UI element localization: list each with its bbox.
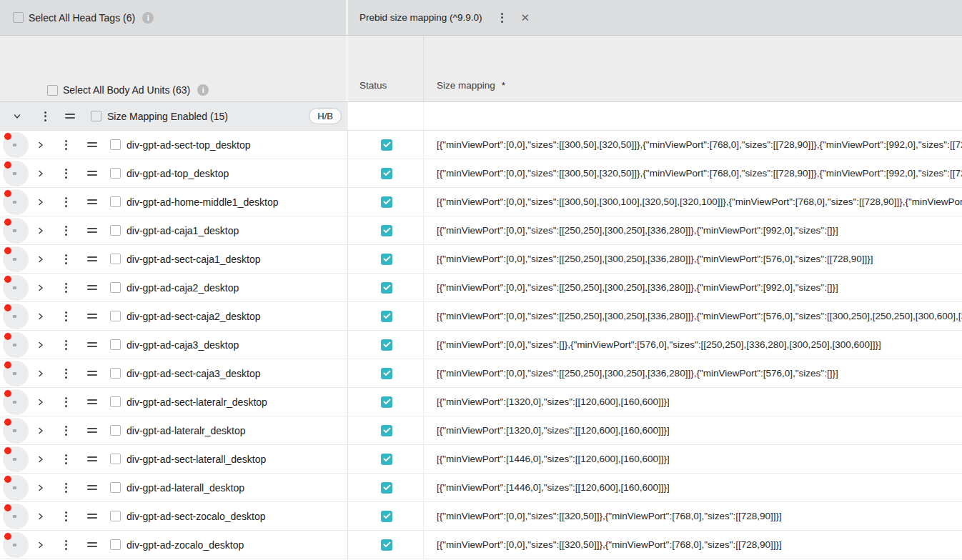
group-kebab-menu-icon[interactable] [42, 111, 48, 121]
row-drag-handle-icon[interactable] [87, 542, 97, 548]
row-kebab-menu-icon[interactable] [63, 226, 69, 236]
size-mapping-cell[interactable]: [{"minViewPort":[0,0],"sizes":[]},{"minV… [424, 331, 962, 359]
row-kebab-menu-icon[interactable] [63, 340, 69, 350]
status-checked-checkbox[interactable] [381, 539, 392, 551]
chevron-right-icon[interactable] [36, 141, 45, 149]
row-select-checkbox[interactable] [110, 168, 121, 179]
row-select-checkbox[interactable] [110, 311, 121, 321]
row-drag-handle-icon[interactable] [87, 314, 97, 319]
size-mapping-cell[interactable]: [{"minViewPort":[1320,0],"sizes":[[120,6… [424, 416, 962, 444]
chevron-right-icon[interactable] [36, 484, 45, 492]
row-kebab-menu-icon[interactable] [63, 283, 69, 293]
group-drag-handle-icon[interactable] [65, 114, 75, 119]
tab-prebid-size-mapping[interactable]: Prebid size mapping (^9.9.0) [359, 12, 482, 23]
row-select-checkbox[interactable] [110, 196, 121, 207]
row-kebab-menu-icon[interactable] [63, 197, 69, 207]
chevron-right-icon[interactable] [36, 284, 45, 292]
status-checked-checkbox[interactable] [381, 139, 392, 151]
status-checked-checkbox[interactable] [381, 511, 392, 522]
size-mapping-cell[interactable]: [{"minViewPort":[0,0],"sizes":[[250,250]… [424, 274, 962, 301]
chevron-right-icon[interactable] [36, 512, 45, 521]
status-checked-checkbox[interactable] [381, 225, 392, 236]
select-all-head-tags-checkbox[interactable] [13, 12, 24, 23]
size-mapping-cell[interactable]: [{"minViewPort":[0,0],"sizes":[[320,50]]… [424, 531, 962, 559]
status-checked-checkbox[interactable] [381, 282, 392, 294]
size-mapping-cell[interactable]: [{"minViewPort":[0,0],"sizes":[[250,250]… [424, 245, 962, 273]
row-select-checkbox[interactable] [110, 511, 121, 521]
status-checked-checkbox[interactable] [381, 168, 392, 179]
row-select-checkbox[interactable] [110, 425, 121, 436]
row-kebab-menu-icon[interactable] [63, 540, 69, 550]
row-drag-handle-icon[interactable] [87, 342, 97, 348]
size-mapping-cell[interactable]: [{"minViewPort":[0,0],"sizes":[[300,50],… [424, 159, 962, 187]
status-checked-checkbox[interactable] [381, 339, 392, 351]
size-mapping-cell[interactable]: [{"minViewPort":[0,0],"sizes":[[300,50],… [424, 188, 962, 216]
size-mapping-cell[interactable]: [{"minViewPort":[0,0],"sizes":[[250,250]… [424, 359, 962, 387]
row-kebab-menu-icon[interactable] [63, 169, 69, 179]
chevron-right-icon[interactable] [36, 369, 45, 378]
row-drag-handle-icon[interactable] [87, 371, 97, 376]
status-checked-checkbox[interactable] [381, 454, 392, 465]
group-select-checkbox[interactable] [91, 111, 101, 121]
row-select-checkbox[interactable] [110, 539, 121, 550]
row-kebab-menu-icon[interactable] [63, 311, 69, 321]
chevron-right-icon[interactable] [36, 455, 45, 464]
row-select-checkbox[interactable] [110, 339, 121, 350]
row-select-checkbox[interactable] [110, 454, 121, 464]
row-kebab-menu-icon[interactable] [63, 397, 69, 407]
row-kebab-menu-icon[interactable] [63, 369, 69, 379]
chevron-down-icon[interactable] [13, 112, 21, 121]
tab-kebab-menu-icon[interactable] [499, 13, 505, 23]
row-drag-handle-icon[interactable] [87, 228, 97, 234]
size-mapping-cell[interactable]: [{"minViewPort":[0,0],"sizes":[[250,250]… [424, 302, 962, 330]
chevron-right-icon[interactable] [36, 426, 45, 435]
status-checked-checkbox[interactable] [381, 368, 392, 379]
row-drag-handle-icon[interactable] [87, 285, 97, 291]
row-kebab-menu-icon[interactable] [63, 140, 69, 150]
row-kebab-menu-icon[interactable] [63, 254, 69, 264]
size-mapping-cell[interactable]: [{"minViewPort":[1446,0],"sizes":[[120,6… [424, 445, 962, 473]
size-mapping-cell[interactable]: [{"minViewPort":[1320,0],"sizes":[[120,6… [424, 388, 962, 416]
status-checked-checkbox[interactable] [381, 196, 392, 208]
row-drag-handle-icon[interactable] [87, 142, 97, 148]
row-drag-handle-icon[interactable] [87, 199, 97, 205]
chevron-right-icon[interactable] [36, 198, 45, 206]
row-kebab-menu-icon[interactable] [63, 454, 69, 464]
row-select-checkbox[interactable] [110, 139, 121, 150]
info-icon[interactable]: i [142, 12, 154, 24]
row-select-checkbox[interactable] [110, 368, 121, 379]
row-drag-handle-icon[interactable] [87, 485, 97, 491]
select-all-body-ad-units-checkbox[interactable] [47, 85, 58, 96]
row-select-checkbox[interactable] [110, 225, 121, 236]
row-kebab-menu-icon[interactable] [63, 511, 69, 521]
chevron-right-icon[interactable] [36, 226, 45, 235]
row-select-checkbox[interactable] [110, 282, 121, 293]
info-icon[interactable]: i [197, 84, 209, 96]
size-mapping-cell[interactable]: [{"minViewPort":[1446,0],"sizes":[[120,6… [424, 474, 962, 501]
row-drag-handle-icon[interactable] [87, 171, 97, 176]
row-select-checkbox[interactable] [110, 396, 121, 407]
row-select-checkbox[interactable] [110, 482, 121, 493]
row-select-checkbox[interactable] [110, 254, 121, 264]
size-mapping-cell[interactable]: [{"minViewPort":[0,0],"sizes":[[300,50],… [424, 131, 962, 159]
chevron-right-icon[interactable] [36, 312, 45, 321]
row-drag-handle-icon[interactable] [87, 428, 97, 434]
row-kebab-menu-icon[interactable] [63, 483, 69, 493]
row-drag-handle-icon[interactable] [87, 256, 97, 262]
row-drag-handle-icon[interactable] [87, 399, 97, 405]
status-checked-checkbox[interactable] [381, 311, 392, 322]
status-checked-checkbox[interactable] [381, 254, 392, 265]
tab-close-icon[interactable]: ✕ [520, 11, 530, 24]
chevron-right-icon[interactable] [36, 341, 45, 349]
row-drag-handle-icon[interactable] [87, 514, 97, 519]
status-checked-checkbox[interactable] [381, 425, 392, 436]
chevron-right-icon[interactable] [36, 255, 45, 264]
chevron-right-icon[interactable] [36, 398, 45, 406]
status-checked-checkbox[interactable] [381, 396, 392, 408]
size-mapping-cell[interactable]: [{"minViewPort":[0,0],"sizes":[[250,250]… [424, 216, 962, 244]
size-mapping-cell[interactable]: [{"minViewPort":[0,0],"sizes":[[320,50]]… [424, 502, 962, 530]
chevron-right-icon[interactable] [36, 169, 45, 178]
row-drag-handle-icon[interactable] [87, 456, 97, 462]
status-checked-checkbox[interactable] [381, 482, 392, 494]
chevron-right-icon[interactable] [36, 541, 45, 549]
